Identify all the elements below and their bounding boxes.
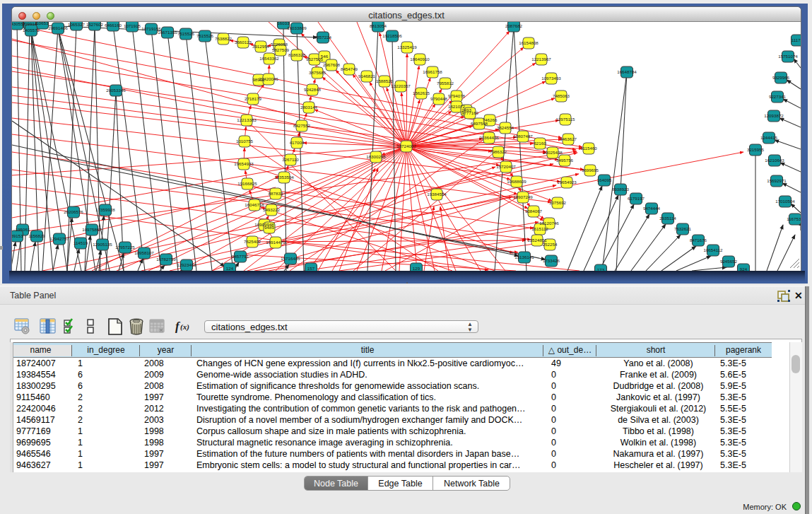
svg-text:8186328: 8186328 xyxy=(288,52,306,57)
svg-text:(x): (x) xyxy=(180,322,189,332)
svg-text:9489: 9489 xyxy=(264,225,274,230)
svg-text:5827509: 5827509 xyxy=(272,47,290,52)
svg-text:1010755: 1010755 xyxy=(236,139,254,144)
svg-text:7638822: 7638822 xyxy=(215,36,233,41)
svg-text:15692971: 15692971 xyxy=(767,178,787,183)
svg-text:19654923: 19654923 xyxy=(557,180,577,185)
svg-text:546: 546 xyxy=(321,54,329,59)
svg-text:7986322: 7986322 xyxy=(490,149,507,154)
svg-text:15751074: 15751074 xyxy=(778,54,798,59)
svg-text:20364436: 20364436 xyxy=(479,135,499,140)
svg-text:9463627: 9463627 xyxy=(560,136,577,141)
svg-text:746266: 746266 xyxy=(483,117,498,122)
svg-text:10973493: 10973493 xyxy=(541,76,561,81)
svg-text:129: 129 xyxy=(413,266,420,271)
svg-text:114519: 114519 xyxy=(73,240,88,245)
svg-text:252254: 252254 xyxy=(543,242,558,247)
svg-text:12213383: 12213383 xyxy=(237,117,257,122)
svg-text:18640910: 18640910 xyxy=(410,57,430,62)
svg-text:209914: 209914 xyxy=(23,22,37,26)
svg-text:19166825: 19166825 xyxy=(237,181,257,186)
svg-text:1562615: 1562615 xyxy=(413,90,430,95)
svg-text:9329966: 9329966 xyxy=(772,75,790,80)
svg-text:9777169: 9777169 xyxy=(461,110,479,115)
svg-text:19218506: 19218506 xyxy=(382,33,402,38)
svg-text:9794078: 9794078 xyxy=(448,93,466,98)
svg-text:16210643: 16210643 xyxy=(765,158,784,163)
svg-text:10958107: 10958107 xyxy=(134,250,154,255)
svg-text:1156829: 1156829 xyxy=(28,233,45,238)
svg-text:164095: 164095 xyxy=(597,177,612,182)
svg-text:8938923: 8938923 xyxy=(612,187,630,192)
svg-text:18724007: 18724007 xyxy=(396,144,416,148)
svg-text:11173: 11173 xyxy=(792,37,801,42)
svg-text:2803144: 2803144 xyxy=(300,105,318,110)
svg-text:7515526: 7515526 xyxy=(196,33,214,38)
svg-text:3624554: 3624554 xyxy=(497,125,514,130)
svg-text:20053346: 20053346 xyxy=(106,88,126,93)
svg-text:2967608: 2967608 xyxy=(323,62,341,67)
svg-text:887833: 887833 xyxy=(269,191,283,196)
svg-text:10975867: 10975867 xyxy=(82,227,102,232)
svg-text:16961758: 16961758 xyxy=(423,69,442,74)
svg-text:12942757: 12942757 xyxy=(49,236,69,241)
svg-text:19384554: 19384554 xyxy=(427,192,447,197)
svg-text:1244415: 1244415 xyxy=(760,135,778,140)
svg-text:19914479: 19914479 xyxy=(266,240,286,245)
svg-text:7632621: 7632621 xyxy=(674,226,692,231)
svg-text:18907249: 18907249 xyxy=(513,194,533,199)
svg-text:9474444: 9474444 xyxy=(643,206,661,211)
svg-text:20206576: 20206576 xyxy=(64,209,83,214)
svg-text:9245652: 9245652 xyxy=(720,259,738,264)
svg-text:16033809: 16033809 xyxy=(287,25,307,30)
svg-text:10025438: 10025438 xyxy=(543,150,563,155)
svg-text:62160: 62160 xyxy=(534,141,546,146)
svg-text:417004: 417004 xyxy=(290,140,305,145)
svg-text:10807487: 10807487 xyxy=(513,134,533,139)
svg-text:12213967: 12213967 xyxy=(531,57,551,62)
svg-text:16046718: 16046718 xyxy=(245,202,264,207)
svg-text:9790448: 9790448 xyxy=(430,96,448,101)
svg-text:10654112: 10654112 xyxy=(703,247,723,252)
svg-text:16648784: 16648784 xyxy=(617,69,637,74)
svg-text:7955812: 7955812 xyxy=(437,81,454,86)
svg-text:10688609: 10688609 xyxy=(507,179,526,184)
svg-text:7485063: 7485063 xyxy=(553,93,570,98)
svg-text:8454749: 8454749 xyxy=(341,66,358,71)
svg-text:9084067: 9084067 xyxy=(525,209,543,214)
svg-text:12353594: 12353594 xyxy=(274,175,294,180)
svg-text:17010504: 17010504 xyxy=(775,199,795,204)
svg-text:2935114: 2935114 xyxy=(659,216,676,221)
svg-text:1167533: 1167533 xyxy=(787,216,801,221)
svg-text:7857224: 7857224 xyxy=(314,35,332,40)
svg-text:5495756: 5495756 xyxy=(556,158,574,163)
svg-text:16154808: 16154808 xyxy=(519,40,539,45)
svg-text:39153: 39153 xyxy=(12,233,23,238)
svg-text:15136141: 15136141 xyxy=(514,255,534,259)
svg-text:1527602: 1527602 xyxy=(86,22,104,27)
svg-text:3215955: 3215955 xyxy=(747,147,765,152)
svg-text:135061: 135061 xyxy=(16,227,30,232)
svg-text:3912954: 3912954 xyxy=(252,44,270,49)
svg-text:8427552: 8427552 xyxy=(293,123,311,128)
svg-text:5493222: 5493222 xyxy=(263,207,281,212)
svg-text:3660123: 3660123 xyxy=(235,40,252,45)
svg-text:16782759: 16782759 xyxy=(156,257,176,262)
svg-text:13220357: 13220357 xyxy=(391,83,411,88)
svg-text:5226058: 5226058 xyxy=(271,42,288,47)
svg-text:12905135: 12905135 xyxy=(93,242,112,247)
svg-text:12975115: 12975115 xyxy=(555,117,575,122)
svg-text:9115460: 9115460 xyxy=(580,146,597,151)
svg-text:2718179: 2718179 xyxy=(245,96,262,101)
svg-text:9227341: 9227341 xyxy=(769,94,787,99)
svg-text:3875685: 3875685 xyxy=(309,70,326,75)
svg-text:9146821: 9146821 xyxy=(358,74,376,78)
svg-text:2087682: 2087682 xyxy=(505,23,523,28)
svg-text:9457791: 9457791 xyxy=(232,254,249,259)
svg-text:13325419: 13325419 xyxy=(397,45,417,49)
svg-text:8471676: 8471676 xyxy=(690,238,707,243)
svg-text:17957225: 17957225 xyxy=(115,245,135,250)
svg-text:15716485: 15716485 xyxy=(281,256,300,261)
svg-text:10120746: 10120746 xyxy=(539,221,559,226)
svg-text:18300295: 18300295 xyxy=(366,154,386,159)
